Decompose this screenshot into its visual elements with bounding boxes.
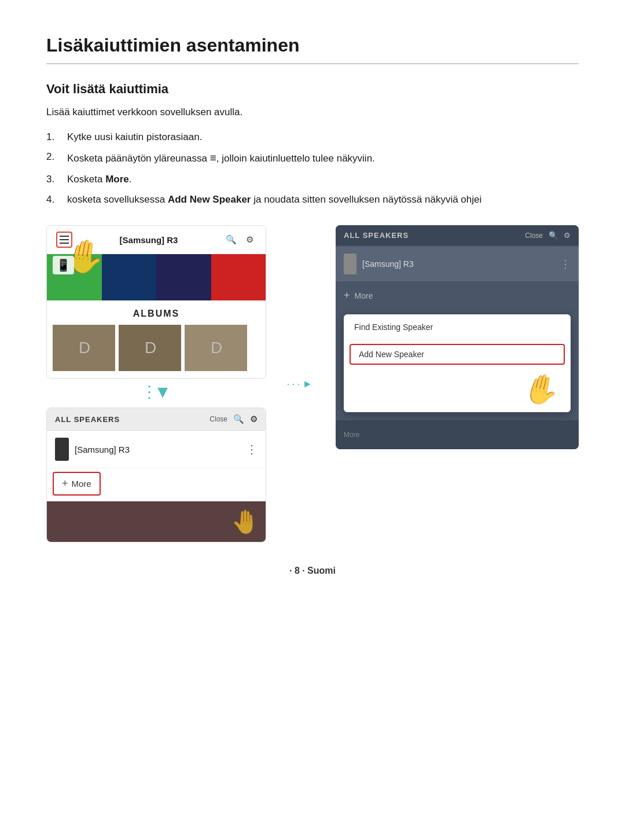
speaker-row-bottom: [Samsung] R3 ⋮ — [47, 431, 266, 468]
albums-label: ALBUMS — [47, 300, 266, 325]
speaker-icon-bottom — [55, 438, 69, 461]
strip-red — [211, 254, 266, 300]
page-content: Lisäkaiuttimien asentaminen Voit lisätä … — [46, 35, 579, 576]
phone-icon: 📱 — [53, 256, 74, 274]
hand-popup-wrapper: 🤚 — [344, 368, 571, 412]
steps-list: 1. Kytke uusi kaiutin pistorasiaan. 2. K… — [46, 129, 579, 208]
right-speaker-icon — [344, 254, 356, 274]
add-new-wrapper: Add New Speaker — [344, 340, 571, 368]
hamburger-line-3 — [60, 243, 69, 244]
settings-icon-bottom[interactable]: ⚙ — [250, 414, 258, 424]
search-icon-bottom[interactable]: 🔍 — [233, 414, 244, 424]
right-more-row: + More — [336, 283, 579, 309]
settings-icon[interactable]: ⚙ — [244, 233, 256, 246]
right-column: ALL SPEAKERS Close 🔍 ⚙ [Samsung] R3 ⋮ + … — [336, 225, 579, 449]
find-existing-item[interactable]: Find Existing Speaker — [344, 314, 571, 340]
bottom-phone-mockup: ALL SPEAKERS Close 🔍 ⚙ [Samsung] R3 ⋮ + — [46, 408, 266, 542]
right-more-label[interactable]: More — [355, 291, 373, 300]
add-new-label[interactable]: Add New Speaker — [359, 350, 424, 359]
top-phone-mockup: [Samsung] R3 🔍 ⚙ 🤚 📱 ALBUMS — [46, 225, 266, 379]
right-settings-icon[interactable]: ⚙ — [564, 231, 571, 240]
right-close-label[interactable]: Close — [525, 232, 543, 240]
dotted-arrow-right: ···► — [284, 378, 318, 390]
arrow-down: ⋮ ▼ — [46, 379, 266, 408]
right-speakers-title: ALL SPEAKERS — [344, 231, 409, 240]
hand-cursor-bottom: 🤚 — [231, 508, 260, 535]
illustration-row: [Samsung] R3 🔍 ⚙ 🤚 📱 ALBUMS — [46, 225, 579, 542]
right-speaker-name: [Samsung] R3 — [362, 259, 554, 269]
right-search-icon[interactable]: 🔍 — [549, 231, 558, 240]
step-4: 4. kosketa sovelluksessa Add New Speaker… — [46, 192, 579, 208]
more-label-bottom[interactable]: More — [72, 479, 91, 489]
hamburger-line-1 — [60, 236, 69, 237]
page-footer: · 8 · Suomi — [46, 566, 579, 576]
all-speakers-label-bottom: ALL SPEAKERS — [55, 415, 120, 424]
step-2: 2. Kosketa päänäytön yläreunassa ≡, joll… — [46, 149, 579, 167]
subsection-title: Voit lisätä kaiuttimia — [46, 82, 579, 97]
step-1: 1. Kytke uusi kaiutin pistorasiaan. — [46, 129, 579, 146]
search-icon[interactable]: 🔍 — [225, 233, 238, 246]
phone-title: [Samsung] R3 — [120, 235, 178, 245]
plus-icon-bottom: + — [62, 478, 68, 490]
right-plus-icon: + — [344, 289, 350, 302]
strip-navy — [156, 254, 211, 300]
album-thumbs: D D D — [47, 325, 266, 378]
speaker-name-bottom: [Samsung] R3 — [75, 445, 240, 454]
album-thumb-1: D — [53, 325, 115, 371]
more-row-bordered[interactable]: + More — [53, 472, 101, 496]
right-speakers-header: ALL SPEAKERS Close 🔍 ⚙ — [336, 225, 579, 245]
hand-cursor-popup: 🤚 — [520, 369, 563, 410]
step-3: 3. Kosketa More. — [46, 171, 579, 188]
phone-icons: 🔍 ⚙ — [225, 233, 256, 246]
phone-top-bar: [Samsung] R3 🔍 ⚙ — [47, 226, 266, 254]
right-dots-menu[interactable]: ⋮ — [560, 258, 571, 270]
album-strips — [47, 254, 266, 300]
dots-menu-bottom[interactable]: ⋮ — [246, 442, 258, 456]
add-new-bordered[interactable]: Add New Speaker — [350, 344, 565, 365]
speakers-header-bottom: ALL SPEAKERS Close 🔍 ⚙ — [47, 408, 266, 431]
partial-overlay-bottom: 🤚 — [47, 501, 266, 542]
right-speaker-row: [Samsung] R3 ⋮ — [336, 247, 579, 281]
more-row-wrapper: + More — [47, 468, 266, 501]
right-panel: ALL SPEAKERS Close 🔍 ⚙ [Samsung] R3 ⋮ + … — [336, 225, 579, 449]
right-header-actions: Close 🔍 ⚙ — [525, 231, 571, 240]
hamburger-menu-box[interactable] — [56, 232, 72, 248]
section-title: Lisäkaiuttimien asentaminen — [46, 35, 579, 64]
popup-menu: Find Existing Speaker Add New Speaker 🤚 — [344, 314, 571, 412]
hamburger-line-2 — [60, 239, 69, 240]
close-label-bottom[interactable]: Close — [209, 415, 227, 423]
right-bottom-text: More — [344, 431, 359, 439]
left-column: [Samsung] R3 🔍 ⚙ 🤚 📱 ALBUMS — [46, 225, 266, 542]
strip-darkblue — [102, 254, 157, 300]
speakers-header-right: Close 🔍 ⚙ — [209, 414, 258, 424]
album-thumb-2: D — [119, 325, 181, 371]
right-bottom-dark: More — [336, 420, 579, 449]
album-thumb-3: D — [185, 325, 247, 371]
intro-text: Lisää kaiuttimet verkkoon sovelluksen av… — [46, 105, 579, 120]
